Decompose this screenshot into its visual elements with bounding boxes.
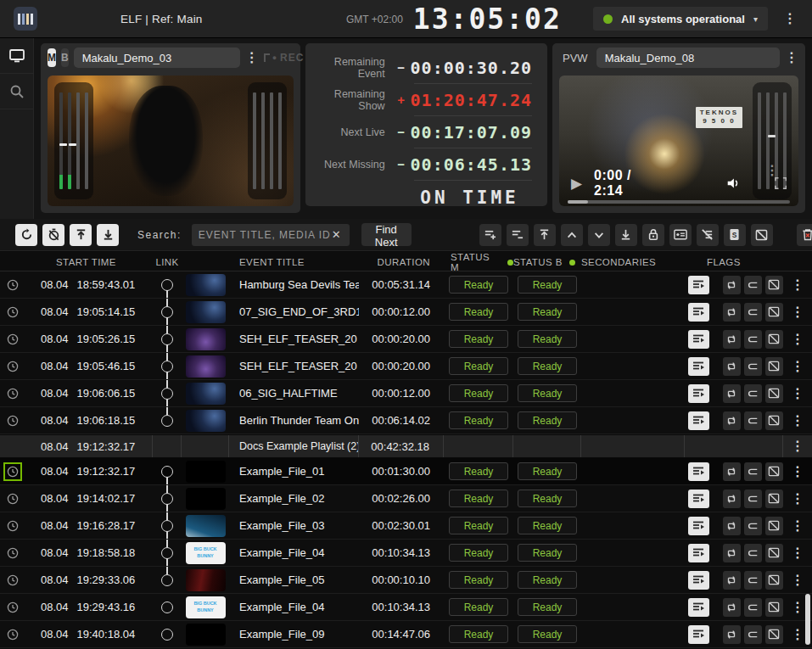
delete-event-button[interactable]	[797, 224, 812, 246]
no-thumbnail-flag-button[interactable]	[765, 625, 783, 644]
status-b-badge[interactable]: Ready	[518, 330, 577, 348]
loop-flag-button[interactable]	[723, 571, 741, 590]
secondary-events-button[interactable]	[688, 330, 709, 349]
loop-flag-button[interactable]	[723, 330, 741, 349]
link-node[interactable]	[153, 326, 182, 352]
transition-flag-button[interactable]	[744, 598, 762, 617]
link-node[interactable]	[153, 540, 182, 566]
secondary-events-button[interactable]	[688, 303, 709, 322]
no-thumbnail-flag-button[interactable]	[765, 544, 783, 562]
secondary-events-button[interactable]	[688, 357, 709, 376]
loop-flag-button[interactable]	[723, 462, 741, 481]
pvw-video[interactable]: TEKNOS9 5 0 0 ⋮ ▶ 0:00 / 2:14	[559, 76, 798, 206]
secondary-events-button[interactable]	[688, 384, 709, 403]
status-m-badge[interactable]: Ready	[449, 571, 508, 589]
no-thumbnail-flag-button[interactable]	[765, 517, 783, 535]
pvw-name-input[interactable]	[596, 48, 780, 68]
secondary-events-button[interactable]	[688, 411, 709, 430]
link-node[interactable]	[153, 353, 182, 379]
status-b-badge[interactable]: Ready	[518, 462, 577, 480]
link-node[interactable]	[153, 458, 182, 484]
pvw-menu-button[interactable]: ⋮	[785, 51, 798, 64]
player-a-menu-button[interactable]: ⋮	[245, 51, 259, 64]
topbar-menu-button[interactable]: ⋮	[783, 12, 797, 25]
sidebar-item-search[interactable]	[0, 74, 34, 109]
sidebar-item-channels[interactable]	[0, 38, 34, 74]
transition-flag-button[interactable]	[744, 544, 762, 562]
status-b-badge[interactable]: Ready	[518, 598, 577, 616]
status-m-badge[interactable]: Ready	[449, 357, 508, 375]
row-menu-button[interactable]: ⋮	[791, 387, 804, 400]
playlist-event-row[interactable]: 08.04 19:05:26.15 SEH_ELF_TEASER_20 Pl..…	[0, 326, 812, 353]
transition-flag-button[interactable]	[744, 490, 762, 508]
status-m-badge[interactable]: Ready	[449, 598, 508, 616]
no-thumbnail-flag-button[interactable]	[765, 462, 783, 481]
player-a-name-input[interactable]	[74, 48, 240, 68]
playlist-event-row[interactable]: 08.04 19:05:46.15 SEH_ELF_TEASER_20 Pl..…	[0, 353, 812, 380]
link-node[interactable]	[153, 567, 182, 593]
no-thumbnail-flag-button[interactable]	[765, 276, 783, 294]
row-menu-button[interactable]: ⋮	[791, 465, 804, 478]
jump-to-bottom-button[interactable]	[97, 224, 119, 246]
secondary-events-button[interactable]	[688, 625, 709, 644]
row-menu-button[interactable]: ⋮	[791, 573, 804, 587]
status-b-badge[interactable]: Ready	[518, 544, 577, 562]
unlink-playlist-button[interactable]	[697, 224, 719, 246]
status-b-badge[interactable]: Ready	[518, 303, 577, 321]
status-m-badge[interactable]: Ready	[449, 384, 508, 402]
move-up-button[interactable]	[561, 224, 583, 246]
status-m-badge[interactable]: Ready	[449, 411, 508, 429]
transition-flag-button[interactable]	[744, 411, 762, 430]
link-node[interactable]	[153, 299, 182, 325]
loop-flag-button[interactable]	[723, 411, 741, 430]
no-thumbnail-button[interactable]	[751, 224, 773, 246]
secondary-events-button[interactable]	[688, 276, 709, 294]
player-a-m-button[interactable]: M	[48, 48, 56, 67]
vertical-scrollbar[interactable]	[805, 594, 810, 645]
status-b-badge[interactable]: Ready	[518, 384, 577, 402]
system-status-dropdown[interactable]: All systems operational ▾	[593, 7, 768, 31]
no-thumbnail-flag-button[interactable]	[765, 303, 783, 322]
loop-flag-button[interactable]	[723, 357, 741, 376]
playlist-event-row[interactable]: 08.04 19:29:43.16 BIG BUCK BUNNY Example…	[0, 594, 812, 621]
secondary-events-button[interactable]	[688, 544, 709, 562]
status-m-badge[interactable]: Ready	[449, 517, 508, 534]
volume-icon[interactable]	[725, 176, 741, 191]
move-down-button[interactable]	[588, 224, 610, 246]
playlist-event-row[interactable]: 08.04 19:16:28.17 Example_File_03 00:02:…	[0, 512, 812, 540]
no-thumbnail-flag-button[interactable]	[765, 330, 783, 349]
status-b-badge[interactable]: Ready	[518, 357, 577, 375]
loop-flag-button[interactable]	[723, 625, 741, 644]
transition-flag-button[interactable]	[744, 357, 762, 376]
link-node[interactable]	[153, 621, 182, 647]
timer-off-button[interactable]	[42, 224, 64, 246]
transition-flag-button[interactable]	[744, 517, 762, 535]
move-to-bottom-button[interactable]	[615, 224, 637, 246]
playlist-event-row[interactable]: 08.04 19:06:06.15 06_SIG_HALFTIME 00:00:…	[0, 380, 812, 407]
no-thumbnail-flag-button[interactable]	[765, 490, 783, 508]
status-m-badge[interactable]: Ready	[449, 462, 508, 480]
row-menu-button[interactable]: ⋮	[791, 305, 804, 319]
row-menu-button[interactable]: ⋮	[791, 278, 804, 292]
play-icon[interactable]: ▶	[571, 175, 582, 193]
row-menu-button[interactable]: ⋮	[791, 628, 804, 641]
move-to-top-button[interactable]	[534, 224, 556, 246]
no-thumbnail-flag-button[interactable]	[765, 571, 783, 590]
link-node[interactable]	[153, 380, 182, 406]
no-thumbnail-flag-button[interactable]	[765, 384, 783, 403]
no-thumbnail-flag-button[interactable]	[765, 357, 783, 376]
no-thumbnail-flag-button[interactable]	[765, 598, 783, 617]
link-node[interactable]	[153, 407, 182, 434]
group-menu-button[interactable]: ⋮	[791, 439, 804, 453]
row-menu-button[interactable]: ⋮	[791, 414, 804, 428]
status-b-badge[interactable]: Ready	[518, 571, 577, 589]
loop-flag-button[interactable]	[723, 490, 741, 508]
playlist-event-row[interactable]: 08.04 19:40:18.04 Example_File_09 00:14:…	[0, 621, 812, 648]
loop-flag-button[interactable]	[723, 303, 741, 322]
status-m-badge[interactable]: Ready	[449, 544, 508, 562]
status-m-badge[interactable]: Ready	[449, 276, 508, 294]
find-next-button[interactable]: Find Next	[361, 223, 412, 246]
playlist-event-row[interactable]: 08.04 19:05:14.15 07_SIG_END_OF_3RD1 00:…	[0, 299, 812, 326]
transition-flag-button[interactable]	[744, 625, 762, 644]
secondary-events-button[interactable]	[688, 490, 709, 508]
